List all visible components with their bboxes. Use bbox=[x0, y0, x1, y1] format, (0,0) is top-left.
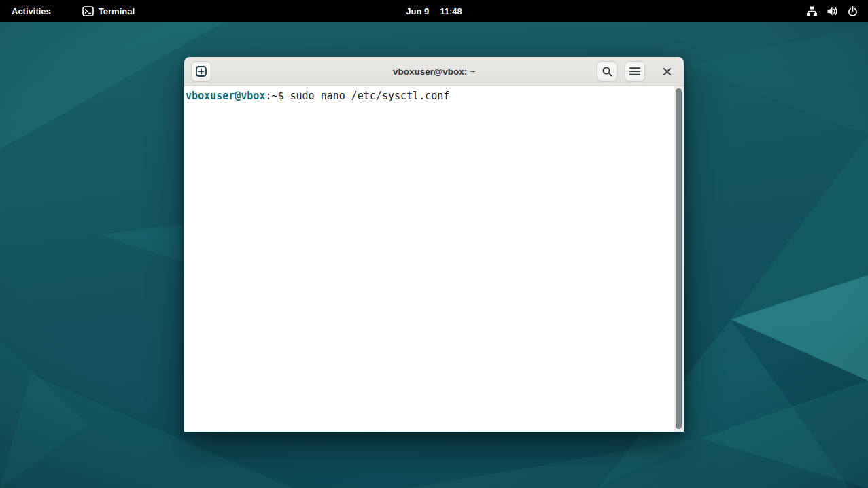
clock-button[interactable]: Jun 911:48 bbox=[399, 0, 469, 22]
focused-app-name: Terminal bbox=[99, 6, 135, 16]
terminal-content[interactable]: vboxuser@vbox:~$sudo nano /etc/sysctl.co… bbox=[184, 86, 684, 432]
prompt-user-host: vboxuser@vbox bbox=[186, 90, 265, 102]
terminal-headerbar[interactable]: vboxuser@vbox: ~ bbox=[184, 57, 684, 86]
menu-icon bbox=[629, 67, 640, 76]
window-title: vboxuser@vbox: ~ bbox=[393, 67, 475, 77]
focused-app-menu[interactable]: Terminal bbox=[75, 0, 141, 22]
system-status-menu[interactable] bbox=[801, 0, 864, 22]
search-icon bbox=[602, 66, 613, 77]
menu-button[interactable] bbox=[625, 61, 645, 82]
close-icon bbox=[663, 67, 672, 76]
terminal-app-icon bbox=[82, 5, 94, 17]
terminal-scrollbar[interactable] bbox=[674, 86, 684, 432]
prompt-path-suffix: :~$ bbox=[265, 90, 283, 102]
terminal-window: vboxuser@vbox: ~ bbox=[184, 57, 684, 432]
new-tab-icon bbox=[195, 65, 207, 77]
scrollbar-thumb[interactable] bbox=[676, 88, 682, 429]
volume-icon bbox=[827, 5, 838, 17]
power-icon bbox=[847, 5, 858, 17]
activities-button[interactable]: Activities bbox=[5, 0, 58, 22]
new-tab-button[interactable] bbox=[191, 61, 211, 82]
terminal-prompt-line: vboxuser@vbox:~$sudo nano /etc/sysctl.co… bbox=[184, 86, 684, 103]
close-button[interactable] bbox=[657, 61, 677, 82]
wired-network-icon bbox=[806, 5, 818, 17]
search-button[interactable] bbox=[597, 61, 617, 82]
clock-date: Jun 9 bbox=[406, 6, 429, 16]
top-bar: Activities Terminal Jun 911:48 bbox=[0, 0, 868, 22]
clock-time: 11:48 bbox=[440, 6, 462, 16]
command-text: sudo nano /etc/sysctl.conf bbox=[290, 90, 450, 102]
